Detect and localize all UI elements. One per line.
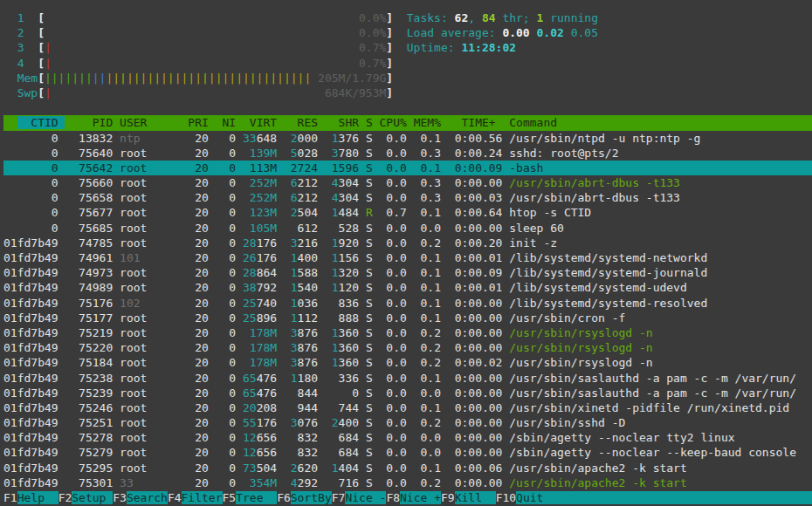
fkey-f9[interactable]: F9	[441, 491, 455, 504]
fkey-label-setup[interactable]: Setup	[72, 491, 113, 504]
gap	[359, 236, 366, 250]
process-row-74785[interactable]: 01fd7b49 74785 root 20 0 28176 3216 1920…	[3, 236, 812, 250]
column-header-pri[interactable]: PRI	[188, 116, 208, 129]
cell-pri: 20	[188, 236, 208, 250]
gap	[209, 446, 216, 459]
gap	[393, 11, 407, 24]
column-header-ni[interactable]: NI	[216, 116, 236, 129]
cell-user: root	[120, 416, 188, 429]
memory-meter-bar: ||||||||||||||||||||||||||||||	[106, 72, 311, 85]
process-row-75295[interactable]: 01fd7b49 75295 root 20 0 73504 2620 1404…	[3, 461, 812, 475]
process-row-75301[interactable]: 01fd7b49 75301 33 20 0 354M 4292 716 S 0…	[3, 475, 812, 490]
process-row-75642[interactable]: 0 75642 root 20 0 113M 2724 1596 S 0.0 0…	[3, 161, 812, 175]
fkey-label-quit[interactable]: Quit	[516, 491, 812, 504]
process-row-74973[interactable]: 01fd7b49 74973 root 20 0 28864 1588 1320…	[3, 265, 812, 280]
gap	[236, 132, 243, 145]
gap	[113, 462, 120, 475]
cpu4-meter-label: 4	[17, 57, 38, 70]
cell-cpu: 0.0	[380, 476, 407, 489]
fkey-label-search[interactable]: Search	[127, 491, 168, 504]
fkey-f3[interactable]: F3	[113, 491, 127, 504]
mem-value-thousands: 3	[284, 326, 298, 339]
swap-meter-value: 684K/953M	[325, 86, 386, 99]
cell-pid: 75238	[65, 372, 113, 385]
process-row-75246[interactable]: 01fd7b49 75246 root 20 0 20208 944 744 S…	[3, 400, 812, 415]
cell-ni: 0	[216, 147, 236, 160]
process-row-75660[interactable]: 0 75660 root 20 0 252M 6212 4304 S 0.0 0…	[3, 175, 812, 190]
process-row-75238[interactable]: 01fd7b49 75238 root 20 0 65476 1180 336 …	[3, 371, 812, 386]
column-header-time[interactable]: TIME+	[448, 116, 503, 129]
mem-value-thousands: 1	[325, 132, 339, 145]
fkey-f10[interactable]: F10	[496, 491, 516, 504]
process-row-75278[interactable]: 01fd7b49 75278 root 20 0 12656 832 684 S…	[3, 430, 812, 445]
fkey-f1[interactable]: F1	[3, 491, 17, 504]
cell-pid: 75184	[65, 356, 113, 369]
gap	[236, 326, 243, 339]
cell-pid: 75176	[65, 297, 113, 310]
process-row-75176[interactable]: 01fd7b49 75176 102 20 0 25740 1036 836 S…	[3, 296, 812, 311]
process-row-75219[interactable]: 01fd7b49 75219 root 20 0 178M 3876 1360 …	[3, 325, 812, 340]
mem-value-thousands: 3	[284, 356, 298, 369]
process-row-75677[interactable]: 0 75677 root 20 0 123M 2504 1484 R 0.7 0…	[3, 205, 812, 220]
fkey-f2[interactable]: F2	[58, 491, 72, 504]
cell-state: S	[366, 236, 373, 250]
fkey-f8[interactable]: F8	[386, 491, 400, 504]
process-row-75658[interactable]: 0 75658 root 20 0 252M 6212 4304 S 0.0 0…	[3, 190, 812, 205]
column-header-user[interactable]: USER	[120, 116, 188, 129]
column-header-mem[interactable]: MEM%	[414, 116, 441, 129]
cell-time: 0:00.09	[448, 161, 503, 174]
column-header-res[interactable]: RES	[284, 116, 318, 129]
fkey-f6[interactable]: F6	[277, 491, 291, 504]
function-key-bar: F1Help F2Setup F3SearchF4FilterF5Tree F6…	[3, 490, 812, 505]
fkey-label-sortby[interactable]: SortBy	[291, 491, 332, 504]
cell-pri: 20	[188, 176, 208, 189]
process-row-75220[interactable]: 01fd7b49 75220 root 20 0 178M 3876 1360 …	[3, 340, 812, 355]
process-row-13832[interactable]: 0 13832 ntp 20 0 33648 2000 1376 S 0.0 0…	[3, 131, 812, 146]
column-header-virt[interactable]: VIRT	[243, 116, 277, 129]
fkey-label-filter[interactable]: Filter	[182, 491, 223, 504]
process-row-75279[interactable]: 01fd7b49 75279 root 20 0 12656 832 684 S…	[3, 445, 812, 460]
gap	[318, 431, 325, 444]
mem-value-thousands: 12	[243, 431, 257, 444]
gap	[277, 446, 284, 459]
process-row-74961[interactable]: 01fd7b49 74961 101 20 0 26176 1400 1156 …	[3, 250, 812, 265]
gap	[277, 372, 284, 385]
fkey-label-nice[interactable]: Nice -	[345, 491, 386, 504]
process-row-75251[interactable]: 01fd7b49 75251 root 20 0 55176 3076 2400…	[3, 415, 812, 430]
cell-time: 0:00.00	[448, 401, 503, 414]
process-row-75177[interactable]: 01fd7b49 75177 root 20 0 25896 1112 888 …	[3, 311, 812, 325]
column-header-pid[interactable]: PID	[65, 116, 113, 129]
fkey-label-help[interactable]: Help	[17, 491, 58, 504]
process-row-75239[interactable]: 01fd7b49 75239 root 20 0 65476 844 0 S 0…	[3, 386, 812, 400]
mem-value: 113M	[243, 161, 277, 174]
meter-space	[52, 86, 325, 99]
process-row-74989[interactable]: 01fd7b49 74989 root 20 0 38792 1540 1120…	[3, 280, 812, 295]
process-row-75640[interactable]: 0 75640 root 20 0 139M 5028 3780 S 0.0 0…	[3, 146, 812, 161]
fkey-label-tree[interactable]: Tree	[236, 491, 277, 504]
column-header-shr[interactable]: SHR	[325, 116, 359, 129]
gap	[359, 222, 366, 235]
process-row-75184[interactable]: 01fd7b49 75184 root 20 0 178M 3876 1360 …	[3, 355, 812, 370]
cell-command: /usr/sbin/abrt-dbus -t133	[509, 176, 680, 189]
fkey-f4[interactable]: F4	[168, 491, 182, 504]
gap	[277, 311, 284, 325]
cell-state: S	[366, 326, 373, 339]
fkey-label-kill[interactable]: Kill	[455, 491, 496, 504]
meter-open-bracket: [	[38, 11, 45, 24]
gap	[277, 462, 284, 475]
cell-pri: 20	[188, 446, 208, 459]
column-header-command[interactable]: Command	[509, 116, 557, 129]
mem-value: 504	[298, 206, 318, 219]
fkey-f7[interactable]: F7	[332, 491, 346, 504]
column-header-cpu[interactable]: CPU%	[380, 116, 407, 129]
gap	[359, 116, 366, 129]
cpu4-meter-bar: |	[45, 57, 52, 70]
gap	[359, 266, 366, 279]
fkey-label-nice[interactable]: Nice +	[400, 491, 441, 504]
cell-cpu: 0.0	[380, 132, 407, 145]
mem-value: 178M	[243, 356, 277, 369]
column-header-state[interactable]: S	[366, 116, 373, 129]
fkey-f5[interactable]: F5	[223, 491, 237, 504]
column-header-ctid[interactable]: CTID	[17, 116, 65, 129]
process-row-75685[interactable]: 0 75685 root 20 0 105M 612 528 S 0.0 0.0…	[3, 221, 812, 236]
